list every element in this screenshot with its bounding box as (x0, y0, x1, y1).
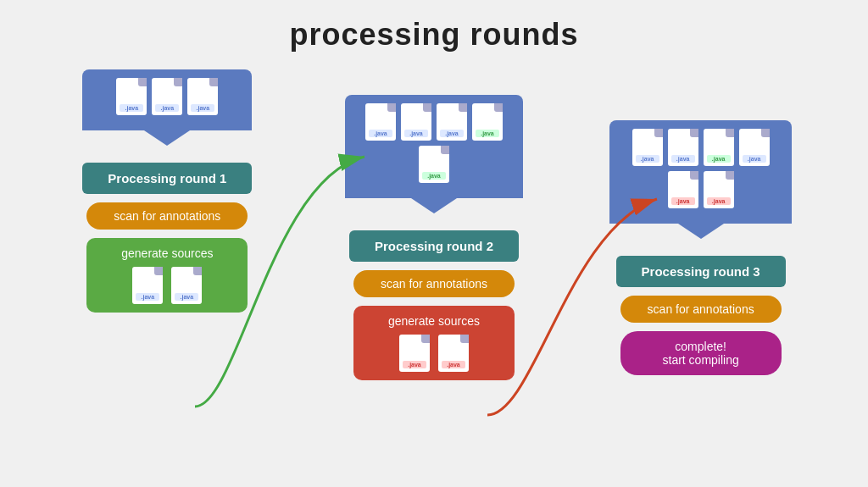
gen-file-icon-red: .java (399, 335, 430, 372)
generated-files-1: .java .java (98, 267, 236, 304)
file-label: .java (671, 155, 695, 163)
file-icon: .java (739, 129, 770, 166)
file-label: .java (671, 197, 695, 205)
file-label: .java (369, 130, 392, 137)
file-icon: .java (365, 103, 396, 141)
file-label: .java (422, 172, 446, 180)
complete-box: complete!start compiling (620, 331, 782, 375)
annotation-box-3: scan for annotations (620, 296, 782, 323)
file-icon: .java (401, 103, 431, 141)
round-label-3: Processing round 3 (616, 256, 786, 287)
file-icon: .java (187, 78, 218, 115)
file-icon: .java (632, 129, 663, 166)
file-icon-green: .java (472, 103, 503, 141)
file-icon: .java (437, 103, 467, 141)
file-tray-2: .java .java .java .java .java (345, 95, 523, 198)
file-label: .java (191, 104, 214, 112)
gen-file-icon: .java (171, 267, 202, 304)
generated-files-2: .java .java (365, 335, 503, 372)
file-label: .java (136, 293, 159, 301)
file-label: .java (403, 361, 426, 368)
file-label: .java (155, 104, 179, 112)
column-round-3: .java .java .java .java .java .java Proc… (608, 120, 794, 375)
annotation-box-2: scan for annotations (353, 270, 515, 297)
file-label: .java (743, 155, 766, 163)
file-icon: .java (668, 129, 698, 166)
file-tray-1: .java .java .java (82, 69, 252, 130)
file-icon-green: .java (704, 129, 734, 166)
column-round-2: .java .java .java .java .java Processing… (341, 95, 527, 380)
file-icon: .java (116, 78, 147, 115)
file-label: .java (476, 130, 499, 137)
main-content: .java .java .java Processing round 1 sca… (0, 53, 868, 380)
file-icon-green: .java (419, 146, 449, 183)
round-label-2: Processing round 2 (349, 230, 519, 262)
file-label: .java (440, 130, 464, 137)
file-label: .java (707, 197, 731, 205)
file-label: .java (175, 293, 198, 301)
file-icon-red: .java (668, 171, 698, 208)
column-round-1: .java .java .java Processing round 1 sca… (74, 69, 260, 313)
file-label: .java (636, 155, 659, 163)
generate-box-2: generate sources .java .java (353, 306, 515, 380)
gen-file-icon: .java (132, 267, 163, 304)
file-icon: .java (152, 78, 182, 115)
file-label: .java (707, 155, 731, 163)
round-label-1: Processing round 1 (82, 163, 252, 194)
file-label: .java (442, 361, 465, 368)
file-icon-red: .java (704, 171, 734, 208)
file-label: .java (120, 104, 143, 112)
generate-box-1: generate sources .java .java (86, 238, 248, 313)
file-label: .java (404, 130, 428, 137)
page-title: processing rounds (0, 0, 868, 53)
annotation-box-1: scan for annotations (86, 202, 248, 230)
file-tray-3: .java .java .java .java .java .java (609, 120, 792, 224)
gen-file-icon-red: .java (438, 335, 469, 372)
